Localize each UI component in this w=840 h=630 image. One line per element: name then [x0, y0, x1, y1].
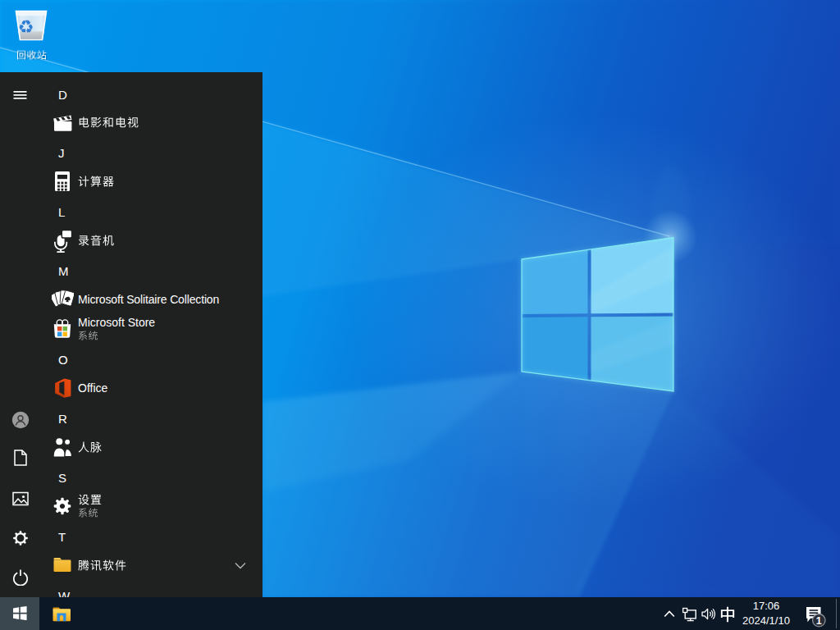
- svg-text:1: 1: [816, 614, 822, 626]
